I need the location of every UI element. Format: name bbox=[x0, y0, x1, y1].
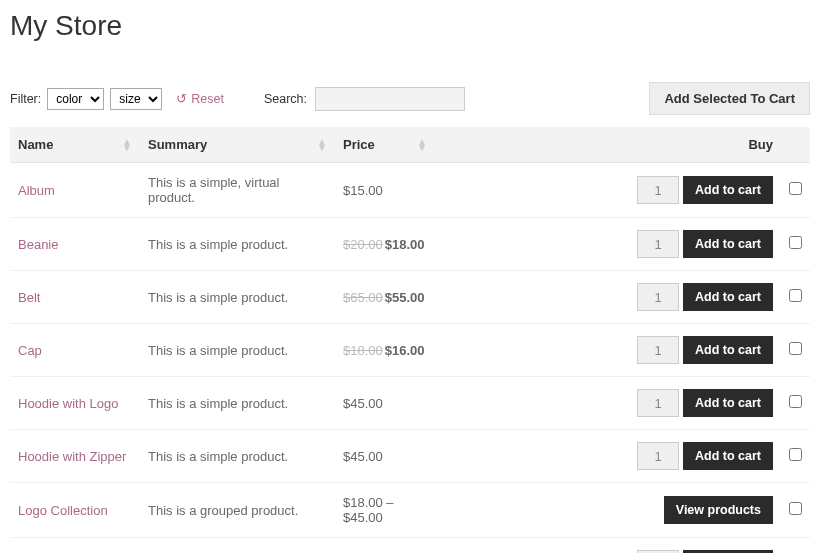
select-cell bbox=[781, 271, 810, 324]
filter-color-select[interactable]: color bbox=[47, 88, 104, 110]
product-price-cell: $25.00 bbox=[335, 538, 435, 554]
filter-group: Filter: color size ↺ Reset bbox=[10, 88, 224, 110]
column-price-header[interactable]: Price ▲▼ bbox=[335, 127, 435, 163]
select-cell bbox=[781, 483, 810, 538]
price: $16.00 bbox=[385, 343, 425, 358]
old-price: $18.00 bbox=[343, 343, 383, 358]
price: $55.00 bbox=[385, 290, 425, 305]
filter-label: Filter: bbox=[10, 92, 41, 106]
select-cell bbox=[781, 538, 810, 554]
sort-icon: ▲▼ bbox=[417, 139, 427, 151]
column-summary-label: Summary bbox=[148, 137, 207, 152]
buy-cell: Add to cart bbox=[435, 324, 781, 377]
reset-icon: ↺ bbox=[176, 91, 187, 106]
add-to-cart-button[interactable]: Add to cart bbox=[683, 230, 773, 258]
column-buy-header: Buy bbox=[435, 127, 781, 163]
quantity-input[interactable] bbox=[637, 442, 679, 470]
select-cell bbox=[781, 218, 810, 271]
buy-cell: Add to cart bbox=[435, 430, 781, 483]
controls-bar: Filter: color size ↺ Reset Search: Add S… bbox=[10, 82, 810, 115]
column-summary-header[interactable]: Summary ▲▼ bbox=[140, 127, 335, 163]
product-summary: This is a simple product. bbox=[140, 377, 335, 430]
product-price-cell: $20.00$18.00 bbox=[335, 218, 435, 271]
select-cell bbox=[781, 377, 810, 430]
product-summary: This is a simple product. bbox=[140, 271, 335, 324]
reset-label: Reset bbox=[191, 92, 224, 106]
table-row: Hoodie with LogoThis is a simple product… bbox=[10, 377, 810, 430]
search-group: Search: bbox=[264, 87, 465, 111]
product-summary: This is a simple product. bbox=[140, 218, 335, 271]
select-checkbox[interactable] bbox=[789, 236, 802, 249]
product-summary: This is a grouped product. bbox=[140, 483, 335, 538]
product-summary: This is a simple product. bbox=[140, 538, 335, 554]
price: $15.00 bbox=[343, 183, 383, 198]
column-name-header[interactable]: Name ▲▼ bbox=[10, 127, 140, 163]
table-row: AlbumThis is a simple, virtual product.$… bbox=[10, 163, 810, 218]
buy-cell: Add to cart bbox=[435, 377, 781, 430]
product-summary: This is a simple product. bbox=[140, 324, 335, 377]
add-to-cart-button[interactable]: Add to cart bbox=[683, 442, 773, 470]
product-link[interactable]: Album bbox=[18, 183, 55, 198]
select-checkbox[interactable] bbox=[789, 448, 802, 461]
sort-icon: ▲▼ bbox=[122, 139, 132, 151]
add-selected-button[interactable]: Add Selected To Cart bbox=[649, 82, 810, 115]
product-link[interactable]: Belt bbox=[18, 290, 40, 305]
product-link[interactable]: Cap bbox=[18, 343, 42, 358]
table-row: Hoodie with ZipperThis is a simple produ… bbox=[10, 430, 810, 483]
reset-link[interactable]: ↺ Reset bbox=[176, 91, 224, 106]
add-to-cart-button[interactable]: Add to cart bbox=[683, 176, 773, 204]
column-buy-label: Buy bbox=[748, 137, 773, 152]
buy-cell: Add to cart bbox=[435, 163, 781, 218]
quantity-input[interactable] bbox=[637, 389, 679, 417]
page-title: My Store bbox=[10, 10, 810, 42]
select-checkbox[interactable] bbox=[789, 289, 802, 302]
quantity-input[interactable] bbox=[637, 176, 679, 204]
quantity-input[interactable] bbox=[637, 283, 679, 311]
table-row: Logo CollectionThis is a grouped product… bbox=[10, 483, 810, 538]
quantity-input[interactable] bbox=[637, 230, 679, 258]
buy-cell: Add to cart bbox=[435, 218, 781, 271]
quantity-input[interactable] bbox=[637, 336, 679, 364]
product-link[interactable]: Hoodie with Logo bbox=[18, 396, 118, 411]
select-checkbox[interactable] bbox=[789, 182, 802, 195]
sort-icon: ▲▼ bbox=[317, 139, 327, 151]
column-name-label: Name bbox=[18, 137, 53, 152]
search-input[interactable] bbox=[315, 87, 465, 111]
product-price-cell: $65.00$55.00 bbox=[335, 271, 435, 324]
price: $45.00 bbox=[343, 396, 383, 411]
product-price-cell: $45.00 bbox=[335, 430, 435, 483]
product-summary: This is a simple, virtual product. bbox=[140, 163, 335, 218]
buy-cell: Add to cart bbox=[435, 271, 781, 324]
add-to-cart-button[interactable]: Add to cart bbox=[683, 283, 773, 311]
table-row: CapThis is a simple product.$18.00$16.00… bbox=[10, 324, 810, 377]
price: $18.00 bbox=[385, 237, 425, 252]
product-price-cell: $45.00 bbox=[335, 377, 435, 430]
search-label: Search: bbox=[264, 92, 307, 106]
old-price: $20.00 bbox=[343, 237, 383, 252]
view-products-button[interactable]: View products bbox=[664, 496, 773, 524]
products-table: Name ▲▼ Summary ▲▼ Price ▲▼ Buy AlbumThi… bbox=[10, 127, 810, 553]
table-row: BeanieThis is a simple product.$20.00$18… bbox=[10, 218, 810, 271]
product-price-cell: $18.00$16.00 bbox=[335, 324, 435, 377]
product-link[interactable]: Logo Collection bbox=[18, 503, 108, 518]
filter-size-select[interactable]: size bbox=[110, 88, 162, 110]
add-to-cart-button[interactable]: Add to cart bbox=[683, 336, 773, 364]
select-checkbox[interactable] bbox=[789, 342, 802, 355]
product-link[interactable]: Beanie bbox=[18, 237, 58, 252]
table-row: Long Sleeve TeeThis is a simple product.… bbox=[10, 538, 810, 554]
column-price-label: Price bbox=[343, 137, 375, 152]
select-checkbox[interactable] bbox=[789, 395, 802, 408]
product-summary: This is a simple product. bbox=[140, 430, 335, 483]
table-row: BeltThis is a simple product.$65.00$55.0… bbox=[10, 271, 810, 324]
select-cell bbox=[781, 324, 810, 377]
price: $45.00 bbox=[343, 449, 383, 464]
buy-cell: View products bbox=[435, 483, 781, 538]
select-checkbox[interactable] bbox=[789, 502, 802, 515]
add-to-cart-button[interactable]: Add to cart bbox=[683, 389, 773, 417]
select-cell bbox=[781, 163, 810, 218]
old-price: $65.00 bbox=[343, 290, 383, 305]
price: $18.00 – $45.00 bbox=[343, 495, 394, 525]
product-link[interactable]: Hoodie with Zipper bbox=[18, 449, 126, 464]
product-price-cell: $15.00 bbox=[335, 163, 435, 218]
product-price-cell: $18.00 – $45.00 bbox=[335, 483, 435, 538]
